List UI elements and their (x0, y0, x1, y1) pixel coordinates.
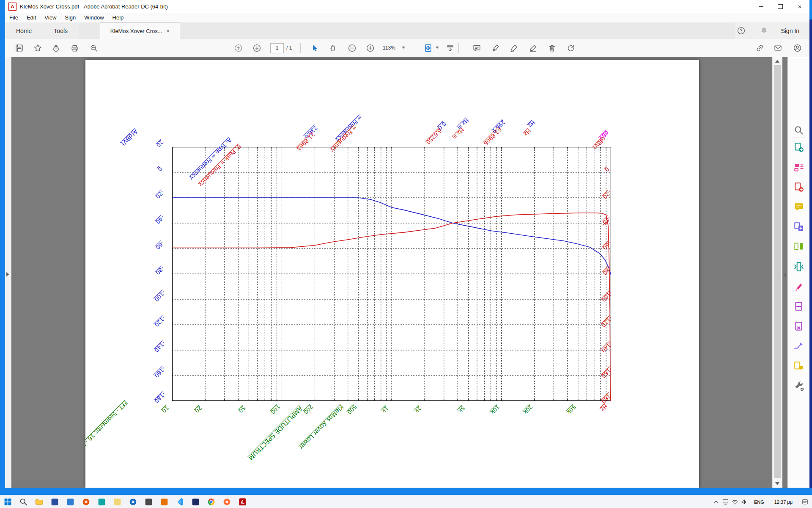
language-indicator[interactable]: ENG (749, 500, 769, 505)
file-explorer[interactable] (34, 497, 44, 507)
acrobat[interactable] (237, 497, 247, 507)
chrome[interactable] (206, 497, 216, 507)
minimize-button[interactable] (751, 0, 771, 13)
menu-window[interactable]: Window (80, 14, 108, 21)
hand-tool-button[interactable] (327, 42, 339, 54)
avatar-icon[interactable] (791, 42, 803, 54)
scroll-up-icon[interactable] (775, 60, 779, 63)
action-center-icon[interactable] (798, 497, 812, 507)
print-button[interactable] (69, 42, 80, 54)
menu-sign[interactable]: Sign (60, 14, 80, 21)
send-for-comments-button[interactable] (793, 361, 804, 372)
taskbar-app-7[interactable] (143, 497, 154, 507)
taskbar-app-4[interactable] (96, 497, 107, 507)
comment-tool-button[interactable] (793, 202, 804, 213)
compress-pdf-button[interactable] (793, 261, 804, 272)
bell-icon[interactable] (758, 25, 770, 37)
menu-help[interactable]: Help (108, 14, 128, 21)
fit-caret-icon[interactable] (436, 47, 439, 49)
menu-file[interactable]: File (5, 14, 22, 21)
maximize-button[interactable] (771, 0, 790, 13)
taskbar-app-9[interactable] (190, 497, 200, 507)
share-button[interactable] (50, 42, 62, 54)
help-icon[interactable] (735, 25, 747, 37)
scrollbar-thumb[interactable] (774, 65, 781, 478)
delete-button[interactable] (546, 42, 558, 54)
sign-in-button[interactable]: Sign In (781, 28, 799, 34)
chart-annotation: Hz (599, 403, 609, 412)
scroll-down-icon[interactable] (775, 482, 779, 485)
taskbar-app-8[interactable] (159, 497, 169, 507)
fill-sign-button[interactable] (508, 42, 520, 54)
menu-view[interactable]: View (40, 14, 60, 21)
edit-pen-button[interactable] (527, 42, 539, 54)
y-tick-label: 0 (156, 166, 163, 172)
tools-rail (787, 57, 809, 488)
taskbar-app-6[interactable] (128, 497, 138, 507)
protect-button[interactable] (793, 301, 804, 312)
menu-edit[interactable]: Edit (22, 14, 40, 21)
y-tick-label: -40 (154, 214, 165, 225)
tab-bar: Home Tools KleMos Xover Cros... × Sign I… (5, 22, 809, 39)
zoom-caret-icon[interactable] (402, 47, 405, 49)
highlight-button[interactable] (490, 42, 502, 54)
page-number-input[interactable]: 1 (270, 43, 284, 53)
edit-pdf-button[interactable] (793, 162, 804, 173)
search-button[interactable] (18, 497, 28, 507)
page-up-button[interactable] (232, 42, 244, 54)
firefox[interactable] (222, 497, 232, 507)
export-pdf-button[interactable] (793, 142, 804, 153)
tab-document[interactable]: KleMos Xover Cros... × (100, 22, 180, 39)
create-pdf-button[interactable] (793, 182, 804, 193)
collapse-right-pane-icon[interactable] (783, 272, 786, 277)
more-tools-button[interactable] (793, 381, 804, 392)
organize-pages-button[interactable] (793, 241, 804, 252)
tab-close-icon[interactable]: × (167, 28, 170, 34)
find-button[interactable] (88, 42, 99, 54)
x-tick-label: 200 (302, 403, 314, 415)
favorites-star-button[interactable] (32, 42, 44, 54)
select-tool-button[interactable] (308, 42, 320, 54)
caret-up-icon[interactable] (712, 497, 721, 507)
combine-files-button[interactable] (793, 221, 804, 232)
comment-button[interactable] (471, 42, 483, 54)
taskbar-app-2[interactable] (65, 497, 75, 507)
zoom-out-button[interactable] (346, 42, 358, 54)
fit-page-button[interactable] (422, 42, 434, 54)
taskbar-app-3[interactable] (81, 497, 91, 507)
main-toolbar: 1 / 1 113% (5, 39, 809, 57)
zoom-level-label[interactable]: 113% (383, 45, 395, 51)
clock[interactable]: 12:37 μμ (769, 500, 798, 505)
taskbar-app-5[interactable] (112, 497, 122, 507)
vertical-scrollbar[interactable] (772, 57, 782, 488)
email-button[interactable] (772, 42, 784, 54)
y-tick-label: -180 (153, 391, 166, 404)
close-button[interactable]: × (790, 0, 809, 13)
page-total-label: / 1 (286, 45, 292, 51)
x-tick-label: 5k (457, 405, 466, 414)
left-panel-rail[interactable] (5, 57, 11, 488)
taskbar-app-1[interactable] (49, 497, 60, 507)
collapse-toolbar-button[interactable] (444, 42, 456, 54)
vscode[interactable] (175, 497, 185, 507)
volume-icon[interactable] (740, 497, 749, 507)
y-tick-label: -160 (153, 365, 166, 378)
monitor-icon[interactable] (721, 497, 730, 507)
link-button[interactable] (754, 42, 765, 54)
save-button[interactable] (13, 42, 25, 54)
wifi-icon[interactable] (730, 497, 740, 507)
page-down-button[interactable] (251, 42, 263, 54)
redact-button[interactable] (793, 281, 804, 292)
tab-tools[interactable]: Tools (43, 22, 79, 39)
x-tick-label: 100 (269, 403, 281, 415)
chart-annotation: Hz (523, 128, 532, 137)
start-button[interactable] (3, 497, 13, 507)
expand-left-panel-icon[interactable] (6, 272, 9, 276)
pdf-standards-button[interactable] (793, 321, 804, 332)
refresh-button[interactable] (565, 42, 576, 54)
acrobat-logo-icon: A (8, 3, 16, 11)
tab-home[interactable]: Home (5, 22, 43, 39)
fill-sign-button[interactable] (793, 341, 804, 352)
find-tool-button[interactable] (793, 125, 804, 136)
zoom-in-button[interactable] (364, 42, 376, 54)
